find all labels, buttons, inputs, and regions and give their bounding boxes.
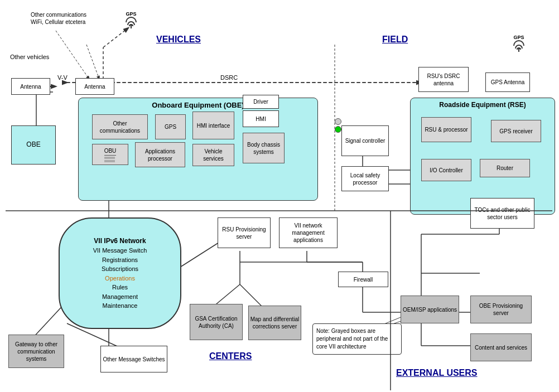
vii-mgmt-box: VII network management applications <box>279 217 338 248</box>
gps-icon-vehicles: GPS <box>126 11 137 28</box>
applications-processor-box: Applications processor <box>135 142 185 167</box>
local-safety-processor-box: Local safety processor <box>341 166 389 191</box>
wifi-annotation: Other communications WiFi, Cellular etce… <box>31 11 98 26</box>
gps-icon-field: GPS <box>513 35 524 52</box>
rsu-dsrc-antenna-box: RSU's DSRC antenna <box>418 67 469 92</box>
content-services-box: Content and services <box>470 333 532 361</box>
right-antenna-box: Antenna <box>75 78 114 95</box>
router-box: Router <box>480 159 530 177</box>
diagram: VEHICLES GPS Other communications WiFi, … <box>0 0 559 392</box>
body-chassis-box: Body chassis systems <box>243 133 285 163</box>
other-comms-box: Other communications <box>92 114 148 139</box>
vii-network-label: VII IPv6 Network <box>93 236 147 246</box>
gps-box: GPS <box>155 114 186 139</box>
note-box: Note: Grayed boxes are peripheral and no… <box>312 323 402 355</box>
rse-region: Roadside Equipment (RSE) <box>410 98 555 215</box>
maintenance: Maintenance <box>93 301 147 311</box>
external-users-label: EXTERNAL USERS <box>396 368 478 378</box>
vv-label: V-V <box>57 74 68 81</box>
obe-label: Onboard Equipment (OBE) <box>152 101 244 109</box>
field-label: FIELD <box>382 35 408 45</box>
hmi-interface-box: HMI interface <box>192 112 234 139</box>
gsa-ca-box: GSA Certification Authority (CA) <box>190 304 243 340</box>
operations: Operations <box>93 274 147 283</box>
rse-label: Roadside Equipment (RSE) <box>439 101 526 109</box>
rules: Rules <box>93 283 147 292</box>
dsrc-label: DSRC <box>220 74 238 81</box>
svg-line-7 <box>103 28 128 47</box>
traffic-light <box>335 118 341 133</box>
gps-receiver-box: GPS receiver <box>491 120 541 142</box>
oem-isp-box: OEM/ISP applications <box>401 296 459 323</box>
registrations: Registrations <box>93 255 147 265</box>
svg-line-9 <box>56 31 89 79</box>
svg-line-8 <box>86 45 99 79</box>
left-antenna-box: Antenna <box>11 78 50 95</box>
gps-antenna-box: GPS Antenna <box>485 72 530 92</box>
obu-label: OBU <box>104 147 117 156</box>
vehicle-services-box: Vehicle services <box>192 144 234 166</box>
msg-switch: VII Message Switch <box>93 246 147 255</box>
management: Management <box>93 292 147 302</box>
vehicles-label: VEHICLES <box>156 35 201 45</box>
rsu-provisioning-box: RSU Provisioning server <box>218 217 271 248</box>
io-controller-box: I/O Controller <box>421 159 471 181</box>
map-corrections-box: Map and differential corrections server <box>248 306 301 340</box>
tocs-box: TOCs and other public sector users <box>470 198 534 229</box>
subscriptions: Subscriptions <box>93 264 147 274</box>
hmi-box: HMI <box>243 110 279 127</box>
green-light <box>335 126 341 133</box>
gateway-box: Gateway to other communication systems <box>8 335 64 368</box>
cloud-content: VII IPv6 Network VII Message Switch Regi… <box>93 236 147 311</box>
firewall-box: Firewall <box>338 272 388 287</box>
driver-box: Driver <box>243 95 279 109</box>
obe-left-box: OBE <box>11 125 56 164</box>
rsu-processor-box: RSU & processor <box>421 117 471 142</box>
obu-box: OBU <box>92 144 128 165</box>
centers-label: CENTERS <box>209 351 252 361</box>
signal-controller-box: Signal controller <box>341 125 389 156</box>
other-vehicles-annotation: Other vehicles <box>10 53 49 61</box>
obe-provisioning-box: OBE Provisioning server <box>470 296 532 323</box>
vii-network-cloud: VII IPv6 Network VII Message Switch Regi… <box>59 217 181 329</box>
other-switches-box: Other Message Switches <box>100 346 167 372</box>
red-light <box>335 118 341 125</box>
